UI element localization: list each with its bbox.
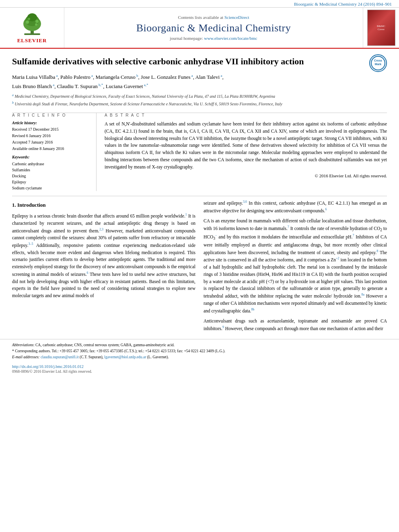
keyword-3: Docking [12,173,90,179]
intro-heading: 1. Introduction [12,201,195,209]
footnote-emails: E-mail addresses: claudiu.supuran@unifi.… [12,355,387,360]
article-info-column: A R T I C L E I N F O Article history: R… [12,113,97,191]
footnote-corresponding: * Corresponding authors. Tel.: +39 055 4… [12,349,387,354]
crossmark-badge: Cross Mark [369,54,387,72]
author-5: Alan Talevi [195,74,220,80]
article-title: Sulfamide derivatives with selective car… [12,56,387,68]
article-header-section: Cross Mark Sulfamide derivatives with se… [0,49,399,113]
intro-para-2: seizure and epilepsy.3,6 In this context… [204,199,387,214]
footnotes-section: Abbreviations: CA, carbonic anhydrase; C… [0,339,399,363]
svg-point-6 [35,20,39,23]
journal-cover-thumbnail: B&MCCover [367,10,395,46]
article-history-heading: Article history: [12,121,90,125]
svg-text:Cross: Cross [374,59,382,62]
email-supuran[interactable]: claudiu.supuran@unifi.it [41,355,79,359]
abstract-column: A B S T R A C T A set of N,N'-disubstitu… [105,113,387,191]
abstract-text: A set of N,N'-disubstituted sulfamides a… [105,121,387,171]
affiliation-a: a Medicinal Chemistry, Department of Bio… [12,93,387,99]
accepted-date: Accepted 7 January 2016 [12,140,90,145]
body-right-column: seizure and epilepsy.3,6 In this context… [204,199,387,336]
svg-point-8 [35,23,37,26]
affiliation-b: b Università degli Studi di Firenze, Neu… [12,101,387,107]
journal-homepage-link[interactable]: www.elsevier.com/locate/bmc [204,36,257,41]
email-gavernet[interactable]: lgavernet@biol.unlp.edu.ar [104,355,146,359]
svg-point-4 [27,13,37,21]
keywords-list: Carbonic anhydrase Sulfamides Docking Ep… [12,161,90,191]
journal-header: ELSEVIER Contents lists available at Sci… [0,8,399,49]
body-left-column: 1. Introduction Epilepsy is a serious ch… [12,199,195,336]
doi-link[interactable]: http://dx.doi.org/10.1016/j.bmc.2016.01.… [12,364,387,369]
author-6: Luis Bruno Blanch [12,84,52,90]
publisher-logo-area: ELSEVIER [0,8,64,48]
elsevier-logo: ELSEVIER [16,12,48,44]
journal-citation-bar: Bioorganic & Medicinal Chemistry 24 (201… [0,0,399,8]
keywords-heading: Keywords: [12,155,90,159]
svg-point-5 [26,21,29,24]
journal-cover-area: B&MCCover [363,8,399,48]
intro-para-1: Epilepsy is a serious chronic brain diso… [12,212,195,300]
intro-para-3: CA is an enzyme found in mammals with di… [204,218,387,314]
rights-line: 0968-0896/© 2016 Elsevier Ltd. All right… [12,370,387,374]
elsevier-wordmark: ELSEVIER [17,37,47,44]
abstract-heading: A B S T R A C T [105,113,387,117]
authors-line: Maria Luisa Villalba a, Pablo Palestro a… [12,73,387,81]
author-2: Pablo Palestro [60,74,90,80]
copyright-line: © 2016 Elsevier Ltd. All rights reserved… [105,173,387,178]
keyword-5: Sodium cyclamate [12,185,90,191]
intro-para-4: Anticonvulsant drugs such as acetazolami… [204,318,387,332]
authors-line-2: Luis Bruno Blanch a, Claudiu T. Supuran … [12,82,387,90]
sciencedirect-line: Contents lists available at ScienceDirec… [178,15,249,20]
crossmark-badge-area[interactable]: Cross Mark [369,54,387,72]
author-7: Claudiu T. Supuran [57,84,98,90]
available-date: Available online 8 January 2016 [12,146,90,152]
body-section: 1. Introduction Epilepsy is a serious ch… [0,199,399,336]
svg-point-7 [28,18,30,20]
elsevier-tree-icon [16,12,48,36]
journal-title: Bioorganic & Medicinal Chemistry [136,22,291,34]
affiliations: a Medicinal Chemistry, Department of Bio… [12,93,387,107]
revised-date: Revised 6 January 2016 [12,133,90,139]
footnote-abbreviations: Abbreviations: CA, carbonic anhydrase; C… [12,343,387,348]
body-two-columns: 1. Introduction Epilepsy is a serious ch… [12,199,387,336]
article-info-heading: A R T I C L E I N F O [12,113,90,117]
svg-text:Mark: Mark [375,63,381,66]
article-info-abstract-section: A R T I C L E I N F O Article history: R… [0,113,399,191]
keyword-2: Sulfamides [12,167,90,173]
doi-footer: http://dx.doi.org/10.1016/j.bmc.2016.01.… [0,363,399,374]
journal-title-area: Contents lists available at ScienceDirec… [64,8,363,48]
author-8: Luciana Gavernet [106,84,143,90]
crossmark-icon: Cross Mark [370,55,386,71]
keyword-1: Carbonic anhydrase [12,161,90,167]
journal-citation-text: Bioorganic & Medicinal Chemistry 24 (201… [294,2,392,6]
svg-rect-1 [24,33,40,35]
author-1: Maria Luisa Villalba [12,74,55,80]
received-date: Received 17 December 2015 [12,127,90,132]
author-4: Jose L. Gonzalez Funes [141,74,190,80]
journal-homepage-line: journal homepage: www.elsevier.com/locat… [170,36,257,41]
keyword-4: Epilepsy [12,179,90,185]
author-3: Mariangela Ceruso [96,74,136,80]
sciencedirect-link[interactable]: ScienceDirect [224,15,249,20]
doi-anchor[interactable]: http://dx.doi.org/10.1016/j.bmc.2016.01.… [12,364,84,369]
